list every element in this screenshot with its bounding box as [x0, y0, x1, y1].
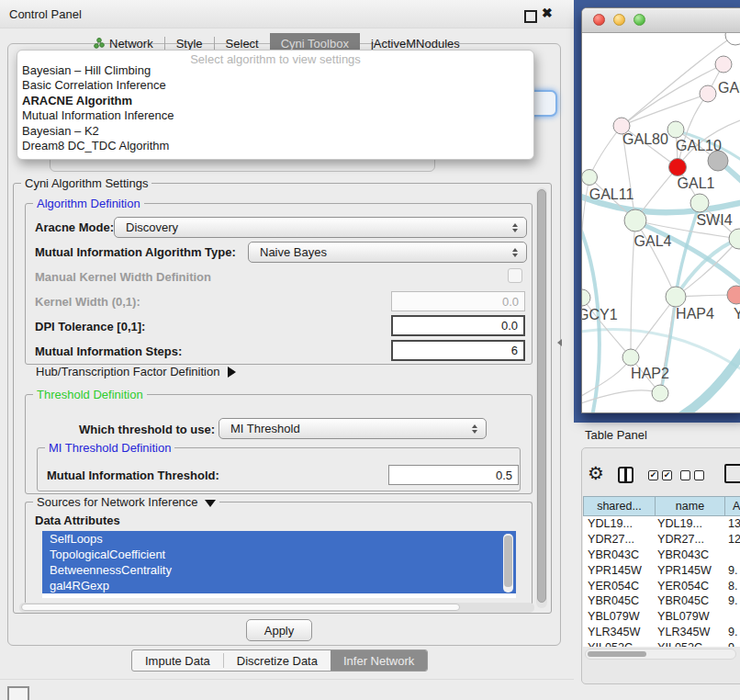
- network-node-gal1[interactable]: [690, 194, 709, 212]
- control-panel-title: Control Panel: [9, 7, 82, 21]
- minimize-traffic-light-icon[interactable]: [613, 14, 625, 26]
- control-panel-titlebar: Control Panel ✖: [0, 0, 574, 28]
- table-cell: YPR145W: [583, 564, 655, 577]
- which-threshold-select[interactable]: MI Threshold: [219, 418, 487, 439]
- table-cell: YBL079W: [655, 610, 724, 623]
- table-cell: YDR27...: [655, 533, 724, 546]
- table-row[interactable]: YBL079WYBL079W: [583, 609, 740, 625]
- apply-button[interactable]: Apply: [246, 619, 312, 641]
- which-threshold-value: MI Threshold: [230, 422, 300, 435]
- splitter-collapse-icon[interactable]: [557, 339, 562, 346]
- table-cell: YLR345W: [583, 626, 655, 638]
- network-node-pink-a[interactable]: [715, 56, 732, 73]
- mi-steps-field[interactable]: 6: [391, 340, 525, 361]
- algorithm-option-bayesian-hill-climbing[interactable]: Bayesian – Hill Climbing: [20, 63, 531, 78]
- network-node-red[interactable]: [669, 159, 687, 176]
- table-row[interactable]: YDL19...YDL19...13: [583, 516, 740, 532]
- table-body: YDL19...YDL19...13YDR27...YDR27...12YBR0…: [583, 516, 740, 647]
- algorithm-option-dream8-dc-tdc-algorithm[interactable]: Dream8 DC_TDC Algorithm: [20, 139, 531, 153]
- algorithm-option-mutual-information-inference[interactable]: Mutual Information Inference: [20, 108, 531, 123]
- aracne-mode-select[interactable]: Discovery: [114, 217, 527, 238]
- table-cell: 8.: [724, 580, 740, 593]
- dpi-tolerance-field[interactable]: 0.0: [391, 315, 525, 336]
- table-row[interactable]: YIL052CYIL052C9.: [583, 639, 740, 647]
- algorithm-option-bayesian-k2[interactable]: Bayesian – K2: [20, 124, 531, 139]
- table-cell: YBL079W: [583, 610, 655, 623]
- scrollbar-thumb[interactable]: [21, 604, 460, 611]
- settings-horizontal-scrollbar[interactable]: [19, 603, 534, 613]
- table-horizontal-scrollbar[interactable]: [585, 649, 736, 660]
- algorithm-dropdown-list: Bayesian – Hill ClimbingBasic Correlatio…: [20, 63, 531, 153]
- column-header-name[interactable]: name: [655, 496, 724, 516]
- node-label-hap2: HAP2: [631, 366, 669, 381]
- bottom-tab-bar: Impute DataDiscretize DataInfer Network: [131, 649, 428, 672]
- aracne-mode-label: Aracne Mode:: [35, 220, 114, 234]
- which-threshold-label: Which threshold to use:: [79, 423, 215, 436]
- node-label-hap4: HAP4: [676, 306, 714, 322]
- table-cell: 9.: [724, 564, 740, 577]
- network-node-hap2-lower[interactable]: [652, 385, 668, 401]
- column-header-shared[interactable]: shared...: [583, 496, 655, 516]
- data-attribute-selfloops[interactable]: SelfLoops: [42, 531, 516, 547]
- list-vertical-scrollbar[interactable]: [503, 534, 513, 593]
- network-node-top-partial[interactable]: [725, 32, 740, 45]
- table-row[interactable]: YLR345WYLR345W9.: [583, 625, 740, 640]
- network-node-salmon[interactable]: [727, 286, 740, 304]
- scrollbar-thumb[interactable]: [537, 189, 546, 603]
- network-node-gal11[interactable]: [582, 170, 598, 186]
- document-icon[interactable]: [724, 464, 740, 483]
- mi-threshold-definition-group: MI Threshold Definition Mutual Informati…: [37, 447, 521, 491]
- settings-vertical-scrollbar[interactable]: [536, 187, 547, 608]
- node-label-gcy1: GCY1: [582, 307, 618, 322]
- bottom-tab-discretize-data[interactable]: Discretize Data: [224, 650, 331, 671]
- mi-threshold-field[interactable]: 0.5: [388, 465, 519, 485]
- network-canvas[interactable]: GALGAL80GAL10GAL1GAL11SWI4GAL4GCY1HAP4YH…: [582, 32, 740, 413]
- data-attribute-betweennesscentrality[interactable]: BetweennessCentrality: [42, 562, 516, 578]
- network-node-gray[interactable]: [708, 151, 728, 171]
- zoom-traffic-light-icon[interactable]: [633, 14, 645, 26]
- algorithm-option-aracne-algorithm[interactable]: ARACNE Algorithm: [20, 94, 531, 108]
- network-node-gcy1[interactable]: [582, 289, 590, 306]
- table-row[interactable]: YDR27...YDR27...12: [583, 532, 740, 548]
- node-label-swi4: SWI4: [696, 212, 732, 228]
- bottom-tab-infer-network[interactable]: Infer Network: [331, 650, 427, 671]
- scrollbar-thumb[interactable]: [588, 651, 646, 657]
- gear-icon[interactable]: ⚙: [588, 463, 604, 483]
- checked-boxes-icon[interactable]: ✔✔: [648, 470, 672, 480]
- table-row[interactable]: YPR145WYPR145W9.: [583, 562, 740, 578]
- data-attribute-gal4rgexp[interactable]: gal4RGexp: [42, 578, 516, 593]
- column-header-a[interactable]: A: [724, 496, 740, 516]
- data-attributes-list: SelfLoopsTopologicalCoefficientBetweenne…: [42, 531, 516, 598]
- float-panel-icon[interactable]: [524, 10, 537, 23]
- table-header: shared...nameA: [583, 496, 740, 516]
- sources-group: Sources for Network Inference Data Attri…: [25, 502, 533, 605]
- scrollbar-thumb[interactable]: [504, 536, 512, 587]
- table-cell: YLR345W: [655, 626, 724, 638]
- table-row[interactable]: YBR045CYBR045C9.: [583, 593, 740, 609]
- mi-type-select[interactable]: Naive Bayes: [248, 242, 527, 263]
- algorithm-option-basic-correlation-inference[interactable]: Basic Correlation Inference: [20, 78, 531, 93]
- close-icon[interactable]: ✖: [542, 6, 553, 20]
- table-row[interactable]: YBR043CYBR043C: [583, 548, 740, 563]
- network-node-hap2[interactable]: [622, 349, 639, 366]
- network-node-gal10[interactable]: [667, 121, 684, 138]
- sources-title-text: Sources for Network Inference: [37, 495, 198, 509]
- network-node-pink-b[interactable]: [700, 85, 716, 102]
- spinner-arrows-icon: [512, 223, 518, 232]
- hub-definition-expander[interactable]: Hub/Transcription Factor Definition: [36, 365, 236, 378]
- mi-steps-label: Mutual Information Steps:: [35, 344, 182, 358]
- data-attribute-topologicalcoefficient[interactable]: TopologicalCoefficient: [42, 547, 516, 562]
- table-row[interactable]: YER054CYER054C8.: [583, 578, 740, 593]
- network-node-hap4[interactable]: [666, 287, 686, 307]
- dock-icon-partial[interactable]: [7, 686, 29, 700]
- mi-threshold-definition-title: MI Threshold Definition: [45, 441, 174, 455]
- mi-type-value: Naive Bayes: [260, 245, 327, 259]
- network-window-titlebar[interactable]: [582, 8, 740, 33]
- network-node-gal4[interactable]: [624, 209, 646, 231]
- bottom-tab-impute-data[interactable]: Impute Data: [132, 650, 223, 671]
- columns-icon[interactable]: [618, 467, 633, 483]
- table-cell: YER054C: [655, 580, 724, 593]
- collapse-down-icon[interactable]: [205, 500, 216, 507]
- unchecked-boxes-icon[interactable]: [680, 470, 704, 480]
- close-traffic-light-icon[interactable]: [593, 14, 605, 26]
